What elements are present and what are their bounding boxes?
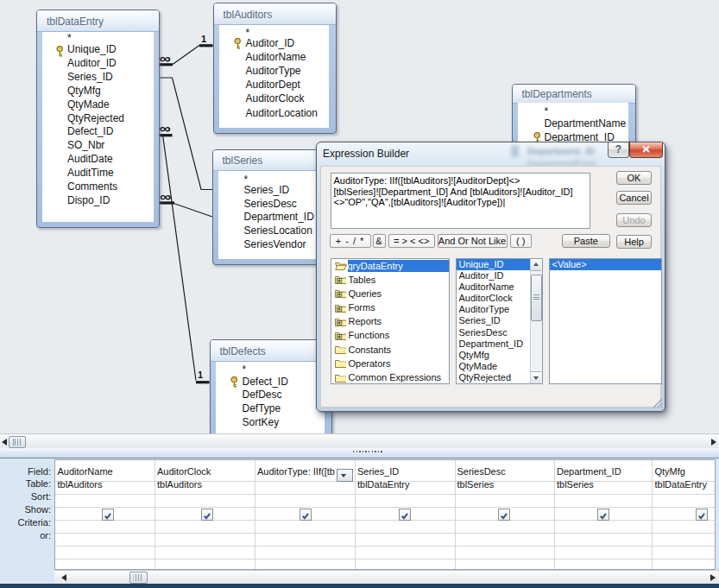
svg-text:∞: ∞ [160,190,171,205]
svg-text:1: 1 [201,34,206,44]
svg-text:1: 1 [198,370,203,380]
svg-text:∞: ∞ [160,51,171,66]
svg-text:∞: ∞ [160,122,171,136]
